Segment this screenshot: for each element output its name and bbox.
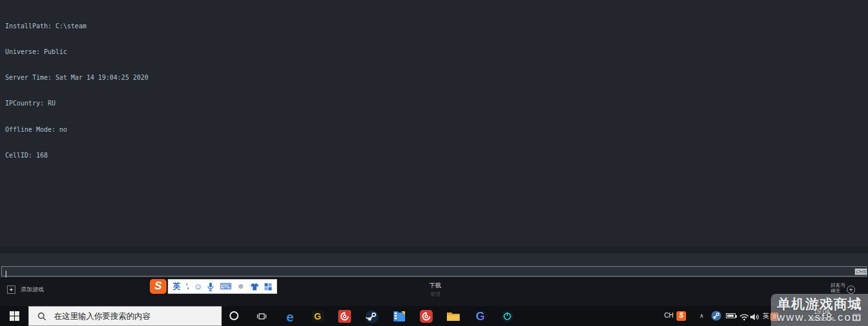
add-friend-icon[interactable]: +	[847, 285, 855, 294]
sogou-s-letter: S	[770, 312, 779, 321]
power-utility-icon[interactable]	[500, 309, 514, 323]
netease-spiral-glyph	[338, 310, 351, 323]
battery-icon[interactable]	[726, 313, 736, 318]
console-divider	[0, 247, 868, 253]
steam-piston-glyph	[365, 310, 379, 323]
emoji-icon[interactable]: ☺	[194, 282, 202, 291]
downloads-manage-label: 管理	[416, 291, 455, 298]
friends-label-line2: 聊天	[831, 288, 845, 294]
taskbar-clock[interactable]: 19:04 2020/3/14	[799, 308, 844, 323]
console-command-input[interactable]: |	[1, 266, 867, 276]
console-line: CellID: 168	[5, 151, 149, 159]
action-center-icon[interactable]	[853, 312, 861, 324]
speaker-glyph	[750, 313, 759, 321]
sogou-toolbar-tray: 英 ’, ☺ ⌨ ☻	[168, 279, 277, 294]
wifi-glyph	[739, 313, 749, 321]
task-view-icon[interactable]	[255, 309, 269, 323]
console-line: Offline Mode: no	[5, 125, 149, 134]
battery-nub	[736, 315, 737, 318]
power-glyph	[501, 310, 514, 323]
media-player-icon[interactable]	[392, 309, 406, 323]
clock-time: 19:04	[799, 308, 844, 316]
gradient-g-letter: G	[476, 310, 485, 323]
shirt-glyph	[250, 283, 259, 291]
wifi-icon[interactable]	[739, 312, 749, 323]
file-explorer-icon[interactable]	[446, 309, 460, 323]
tray-ch-indicator[interactable]: CH	[664, 312, 673, 320]
skin-shirt-icon[interactable]	[250, 283, 259, 291]
sogou-ime-toolbar: S 英 ’, ☺ ⌨ ☻	[150, 279, 277, 294]
toolbox-grid-icon[interactable]	[264, 283, 272, 291]
netease-music-icon[interactable]	[338, 309, 352, 323]
add-game-label: 添加游戏	[21, 285, 44, 294]
tray-overflow-chevron-icon[interactable]: ∧	[700, 312, 704, 319]
tray-language-indicator[interactable]: 英	[763, 312, 770, 320]
virtual-keyboard-icon[interactable]: ⌨	[219, 282, 231, 291]
gradient-g-app-icon[interactable]: G	[473, 309, 487, 323]
yellow-accelerator-icon[interactable]: G	[311, 309, 325, 323]
friends-chat-label[interactable]: 好友与 聊天	[831, 282, 845, 294]
windows-logo-icon	[10, 311, 19, 321]
punctuation-toggle-icon[interactable]: ’,	[186, 282, 188, 291]
edge-letter: e	[286, 310, 294, 323]
plus-icon: +	[7, 285, 15, 294]
netease-spiral-glyph	[420, 310, 433, 323]
search-icon	[37, 312, 46, 321]
text-caret: |	[4, 269, 8, 278]
steam-piston-glyph	[711, 311, 721, 321]
console-line: IPCountry: RU	[5, 99, 149, 107]
console-line: Server Time: Sat Mar 14 19:04:25 2020	[5, 73, 149, 82]
downloads-label: 下载	[416, 282, 455, 290]
task-view-glyph	[257, 312, 267, 321]
battery-fill	[727, 314, 734, 317]
microphone-glyph	[207, 282, 214, 291]
clock-date: 2020/3/14	[799, 316, 844, 323]
sogou-s-letter: S	[676, 311, 686, 321]
add-game-button[interactable]: + 添加游戏	[7, 285, 44, 294]
start-button[interactable]	[0, 306, 28, 326]
taskbar-search-box[interactable]	[28, 306, 222, 326]
console-output: InstallPath: C:\steam Universe: Public S…	[5, 5, 149, 168]
battery-body	[726, 313, 736, 318]
edge-browser-icon[interactable]: e	[283, 309, 297, 323]
downloads-status[interactable]: 下载 管理	[416, 282, 455, 298]
microphone-icon[interactable]	[207, 282, 214, 291]
grid-glyph	[264, 283, 272, 291]
ime-chs-badge: CHS	[854, 268, 867, 275]
tray-sogou-icon[interactable]: S	[676, 311, 686, 321]
action-center-glyph	[853, 313, 861, 321]
ime-language-toggle[interactable]: 英	[173, 282, 181, 291]
tray-steam-icon[interactable]	[711, 311, 721, 323]
dictionary-icon[interactable]: ☻	[237, 282, 245, 291]
friends-label-line1: 好友与	[831, 282, 845, 288]
cortana-icon[interactable]	[230, 311, 239, 320]
folder-glyph	[446, 311, 460, 322]
sogou-logo-icon[interactable]: S	[150, 279, 167, 294]
yellow-app-letter: G	[312, 311, 324, 323]
netease-music-icon-2[interactable]	[419, 309, 433, 323]
film-strip-glyph	[393, 310, 406, 323]
tray-sogou-icon-2[interactable]: S	[770, 312, 779, 321]
speaker-icon[interactable]	[750, 312, 759, 323]
console-line: Universe: Public	[5, 48, 149, 56]
search-input[interactable]	[54, 312, 202, 321]
console-line: InstallPath: C:\steam	[5, 22, 149, 30]
steam-app-icon[interactable]	[365, 309, 379, 323]
